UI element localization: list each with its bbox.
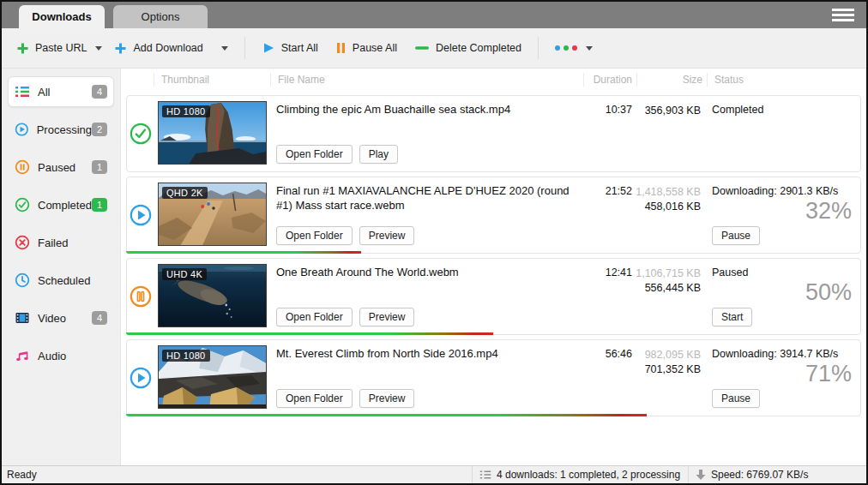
file-name: Final run #1 MAXIAVALANCHE ALPE D'HUEZ 2… — [276, 184, 570, 212]
progress-bar — [126, 414, 647, 416]
header-duration: Duration — [583, 73, 636, 87]
size-value: 356,903 KB — [636, 104, 701, 118]
header-file-name: File Name — [270, 73, 583, 87]
content-area: All 4 Processing 2 Paused 1 — [2, 69, 866, 465]
duration-value: 21:52 — [582, 177, 636, 253]
progress-percent: 50% — [805, 279, 852, 306]
tab-options[interactable]: Options — [113, 5, 208, 28]
pause-circle-icon — [15, 159, 30, 175]
delete-completed-label: Delete Completed — [436, 42, 521, 54]
sidebar-item-label: Processing — [37, 123, 92, 136]
hamburger-menu-icon[interactable] — [832, 9, 854, 21]
sidebar-item-all[interactable]: All 4 — [8, 76, 114, 107]
sidebar-item-label: Failed — [38, 237, 68, 249]
plus-icon — [16, 42, 29, 55]
size-done-value: 701,352 KB — [636, 362, 701, 377]
thumbnail-sea-stack: HD 1080 — [158, 101, 267, 165]
status-text: Completed — [712, 104, 763, 116]
header-status: Status — [707, 73, 861, 87]
header-size: Size — [636, 73, 707, 87]
play-button[interactable]: Play — [359, 145, 398, 164]
three-dots-icon — [555, 45, 577, 51]
paused-state-icon — [130, 285, 152, 308]
start-all-button[interactable]: Start All — [256, 36, 324, 60]
pause-all-button[interactable]: Pause All — [329, 36, 403, 60]
count-badge: 4 — [92, 311, 107, 325]
sidebar-item-scheduled[interactable]: Scheduled — [8, 265, 114, 296]
download-row[interactable]: HD 1080 Mt. Everest Climb from North Sid… — [126, 339, 861, 416]
sidebar-item-paused[interactable]: Paused 1 — [8, 152, 114, 183]
toolbar-separator — [244, 37, 245, 59]
file-name: One Breath Around The World.webm — [276, 266, 459, 278]
quality-badge: QHD 2K — [162, 187, 208, 199]
pause-button[interactable]: Pause — [712, 226, 760, 245]
preview-button[interactable]: Preview — [359, 308, 415, 326]
downloading-state-icon — [130, 204, 152, 226]
downloads-summary-text: 4 downloads: 1 completed, 2 processing — [497, 469, 680, 481]
open-folder-button[interactable]: Open Folder — [276, 308, 353, 326]
chevron-down-icon[interactable] — [221, 46, 228, 51]
speed-indicator: Speed: 6769.07 KB/s — [688, 466, 808, 483]
thumbnail-everest: HD 1080 — [158, 345, 267, 409]
tab-downloads[interactable]: Downloads — [19, 5, 105, 28]
header-thumbnail: Thumbnail — [154, 73, 270, 87]
pause-button[interactable]: Pause — [712, 389, 760, 408]
header-state — [126, 73, 154, 87]
delete-completed-button[interactable]: Delete Completed — [408, 37, 527, 59]
add-download-button[interactable]: Add Download — [108, 37, 233, 60]
speed-text: Speed: 6769.07 KB/s — [711, 469, 808, 481]
count-badge: 4 — [92, 85, 107, 99]
list-icon — [479, 469, 491, 481]
start-button[interactable]: Start — [712, 308, 752, 326]
downloading-state-icon — [130, 367, 152, 389]
chevron-down-icon[interactable] — [586, 46, 593, 51]
list-all-icon — [15, 84, 30, 99]
preview-button[interactable]: Preview — [359, 226, 415, 245]
thumbnail-mountain-bike: QHD 2K — [158, 183, 267, 246]
add-download-label: Add Download — [133, 42, 202, 54]
tab-strip: Downloads Options — [2, 2, 866, 28]
download-row[interactable]: UHD 4K One Breath Around The World.webm … — [126, 258, 861, 335]
more-actions-button[interactable] — [549, 40, 599, 56]
pause-icon — [335, 41, 347, 55]
download-rows: HD 1080 Climbing the epic Am Buachaille … — [121, 91, 866, 465]
download-row[interactable]: HD 1080 Climbing the epic Am Buachaille … — [126, 95, 861, 172]
start-all-label: Start All — [281, 42, 318, 54]
thumbnail-whale: UHD 4K — [158, 264, 267, 327]
music-note-icon — [15, 348, 30, 363]
download-list-panel: Thumbnail File Name Duration Size Status — [120, 69, 866, 465]
pause-all-label: Pause All — [353, 42, 397, 54]
download-row[interactable]: QHD 2K Final run #1 MAXIAVALANCHE ALPE D… — [126, 177, 861, 254]
sidebar-item-audio[interactable]: Audio — [8, 340, 114, 371]
plus-icon — [114, 42, 127, 55]
size-total-value: 982,095 KB — [636, 348, 701, 362]
status-text: Downloading: 2901.3 KB/s — [712, 185, 838, 197]
progress-bar — [126, 332, 493, 335]
paste-url-button[interactable]: Paste URL — [10, 37, 108, 60]
open-folder-button[interactable]: Open Folder — [276, 389, 353, 408]
sidebar-item-video[interactable]: Video 4 — [8, 302, 114, 333]
film-strip-icon — [15, 310, 30, 326]
chevron-down-icon[interactable] — [95, 46, 102, 51]
cross-circle-icon — [15, 235, 30, 250]
sidebar-item-completed[interactable]: Completed 1 — [8, 189, 114, 220]
toolbar: Paste URL Add Download Start All Pause A… — [2, 28, 866, 69]
sidebar-item-processing[interactable]: Processing 2 — [8, 114, 114, 145]
duration-value: 56:46 — [582, 340, 636, 416]
open-folder-button[interactable]: Open Folder — [276, 145, 353, 164]
sidebar-item-label: All — [38, 86, 50, 99]
preview-button[interactable]: Preview — [359, 389, 415, 408]
duration-value: 12:41 — [582, 259, 636, 334]
open-folder-button[interactable]: Open Folder — [276, 226, 353, 245]
count-badge: 2 — [92, 123, 107, 136]
tab-options-label: Options — [142, 10, 180, 23]
quality-badge: HD 1080 — [162, 105, 210, 117]
sidebar-item-label: Audio — [38, 350, 66, 362]
progress-percent: 32% — [805, 198, 852, 225]
size-total-value: 1,106,715 KB — [636, 266, 701, 281]
sidebar-item-failed[interactable]: Failed — [8, 227, 114, 258]
progress-percent: 71% — [805, 361, 852, 387]
quality-badge: UHD 4K — [162, 268, 207, 280]
duration-value: 10:37 — [582, 96, 636, 171]
count-badge: 1 — [92, 160, 107, 174]
